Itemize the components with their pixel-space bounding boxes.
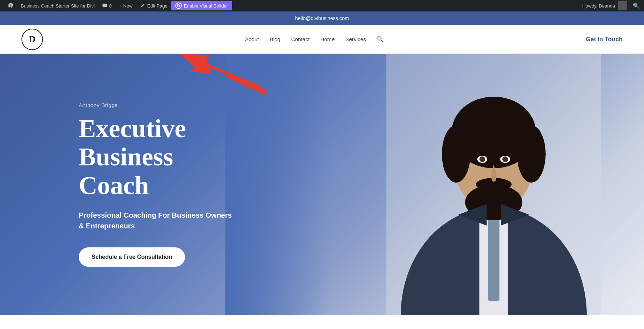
nav-blog[interactable]: Blog <box>270 36 280 42</box>
hero-title: Executive Business Coach <box>79 115 233 200</box>
email-link[interactable]: hello@divibusiness.com <box>295 15 349 21</box>
hero-photo <box>225 54 644 315</box>
hero-description: Professional Coaching For Business Owner… <box>79 210 233 231</box>
svg-point-8 <box>517 125 546 183</box>
svg-marker-18 <box>190 59 211 73</box>
nav-services[interactable]: Services <box>345 36 366 42</box>
howdy-text: Howdy, Deanna <box>582 3 615 9</box>
wp-admin-bar: Business Coach Starter Site for Divi 0 +… <box>0 0 644 11</box>
main-nav: About Blog Contact Home Services 🔍 <box>245 36 384 43</box>
divi-icon: D <box>175 3 182 9</box>
wp-logo[interactable] <box>4 0 17 11</box>
hero-section: Anthony Briggs Executive Business Coach … <box>0 54 644 315</box>
nav-contact[interactable]: Contact <box>291 36 310 42</box>
get-in-touch-link[interactable]: Get In Touch <box>586 36 623 43</box>
comments-admin[interactable]: 0 <box>98 0 115 11</box>
search-button[interactable]: 🔍 <box>377 36 384 43</box>
edit-page-admin[interactable]: Edit Page <box>136 0 171 11</box>
admin-search-icon[interactable]: 🔍 <box>633 3 640 9</box>
site-header: D About Blog Contact Home Services 🔍 Get… <box>0 25 644 54</box>
cta-button[interactable]: Schedule a Free Consultation <box>79 247 185 267</box>
svg-rect-3 <box>488 208 499 301</box>
site-logo[interactable]: D <box>21 29 43 50</box>
nav-about[interactable]: About <box>245 36 259 42</box>
top-bar: hello@divibusiness.com <box>0 11 644 25</box>
svg-point-12 <box>479 156 485 162</box>
person-figure <box>372 54 615 315</box>
hero-subtitle: Anthony Briggs <box>79 102 233 108</box>
nav-home[interactable]: Home <box>320 36 335 42</box>
hero-content: Anthony Briggs Executive Business Coach … <box>0 73 233 295</box>
site-name-admin[interactable]: Business Coach Starter Site for Divi <box>17 0 98 11</box>
user-avatar <box>618 1 627 10</box>
svg-point-14 <box>502 156 508 162</box>
new-admin[interactable]: + New <box>115 0 136 11</box>
enable-visual-builder-button[interactable]: D Enable Visual Builder <box>171 1 232 10</box>
svg-point-7 <box>442 125 470 183</box>
